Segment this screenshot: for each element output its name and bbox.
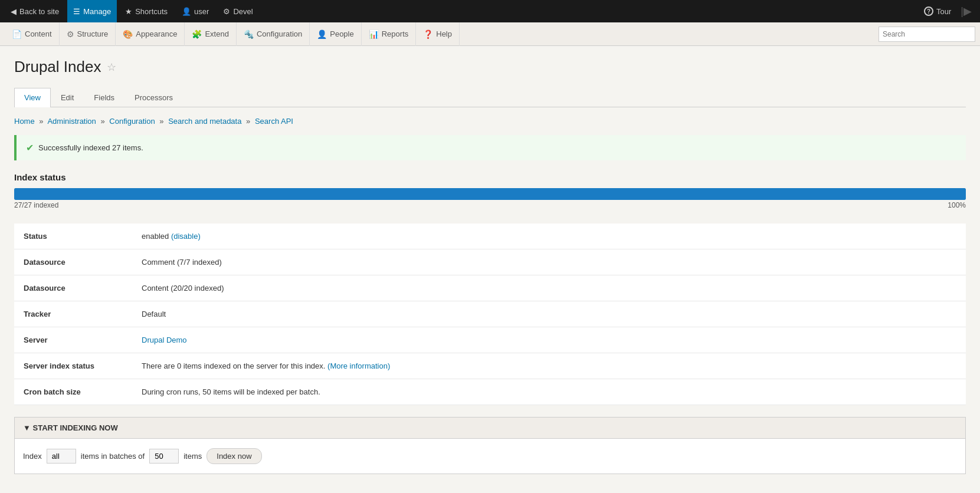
table-row: Server index status There are 0 items in…: [14, 353, 966, 379]
status-label: Status: [14, 224, 132, 249]
index-label: Index: [23, 452, 42, 461]
main-content: Drupal Index ☆ View Edit Fields Processo…: [0, 46, 980, 493]
tab-fields[interactable]: Fields: [84, 88, 124, 107]
favorite-icon[interactable]: ☆: [107, 61, 116, 74]
table-row: Tracker Default: [14, 301, 966, 327]
user-link[interactable]: 👤 user: [176, 0, 215, 22]
sidebar-toggle[interactable]: |▶: [957, 5, 975, 18]
success-message: ✔ Successfully indexed 27 items.: [14, 135, 966, 160]
appearance-icon: 🎨: [123, 29, 133, 39]
config-icon: 🔩: [244, 29, 254, 39]
nav-appearance[interactable]: 🎨 Appearance: [116, 22, 185, 46]
page-title: Drupal Index: [14, 58, 101, 76]
disable-link[interactable]: (disable): [171, 232, 201, 241]
devel-link[interactable]: ⚙ Devel: [217, 0, 258, 22]
page-title-row: Drupal Index ☆: [14, 58, 966, 76]
reports-icon: 📊: [369, 29, 379, 39]
search-input[interactable]: [879, 27, 975, 42]
nav-structure[interactable]: ⚙ Structure: [60, 22, 116, 46]
index-status-section: Index status 27/27 indexed 100%: [14, 172, 966, 209]
cron-batch-label: Cron batch size: [14, 379, 132, 405]
secondary-nav: 📄 Content ⚙ Structure 🎨 Appearance 🧩 Ext…: [0, 22, 980, 46]
progress-labels: 27/27 indexed 100%: [14, 201, 966, 209]
tabs: View Edit Fields Processors: [14, 88, 966, 107]
manage-link[interactable]: ☰ Manage: [67, 0, 117, 22]
breadcrumb-home[interactable]: Home: [14, 117, 35, 126]
datasource2-label: Datasource: [14, 275, 132, 301]
datasource1-value: Comment (7/7 indexed): [132, 249, 966, 275]
batch-size-input[interactable]: [149, 449, 179, 464]
tracker-label: Tracker: [14, 301, 132, 327]
structure-icon: ⚙: [67, 29, 74, 39]
tour-link[interactable]: ? Tour: [918, 0, 957, 22]
extend-icon: 🧩: [192, 29, 202, 39]
help-icon: ❓: [423, 29, 433, 39]
nav-help[interactable]: ❓ Help: [416, 22, 460, 46]
indexing-body: Index items in batches of items Index no…: [15, 439, 965, 474]
table-row: Status enabled (disable): [14, 224, 966, 249]
back-icon: ◀: [11, 7, 17, 16]
progress-right-label: 100%: [948, 201, 966, 209]
index-now-button[interactable]: Index now: [207, 448, 261, 464]
info-table: Status enabled (disable) Datasource Comm…: [14, 224, 966, 405]
breadcrumb-administration[interactable]: Administration: [47, 117, 96, 126]
people-icon: 👤: [317, 29, 327, 39]
devel-icon: ⚙: [223, 7, 230, 16]
datasource1-label: Datasource: [14, 249, 132, 275]
table-row: Datasource Comment (7/7 indexed): [14, 249, 966, 275]
content-icon: 📄: [12, 29, 22, 39]
drupal-demo-link[interactable]: Drupal Demo: [142, 336, 187, 344]
tab-edit[interactable]: Edit: [51, 88, 84, 107]
nav-reports[interactable]: 📊 Reports: [362, 22, 417, 46]
check-icon: ✔: [26, 142, 34, 153]
table-row: Cron batch size During cron runs, 50 ite…: [14, 379, 966, 405]
progress-container: 27/27 indexed 100%: [14, 188, 966, 209]
shortcuts-link[interactable]: ★ Shortcuts: [119, 0, 173, 22]
server-label: Server: [14, 327, 132, 353]
tab-view[interactable]: View: [14, 88, 51, 107]
cron-batch-value: During cron runs, 50 items will be index…: [132, 379, 966, 405]
table-row: Datasource Content (20/20 indexed): [14, 275, 966, 301]
star-icon: ★: [125, 7, 132, 16]
indexing-section: ▼ START INDEXING NOW Index items in batc…: [14, 417, 966, 474]
nav-content[interactable]: 📄 Content: [5, 22, 60, 46]
breadcrumb-search-metadata[interactable]: Search and metadata: [168, 117, 241, 126]
breadcrumb-search-api[interactable]: Search API: [255, 117, 293, 126]
admin-bar: ◀ Back to site ☰ Manage ★ Shortcuts 👤 us…: [0, 0, 980, 22]
progress-bar-fill: [14, 188, 966, 200]
index-status-title: Index status: [14, 172, 966, 182]
user-icon: 👤: [182, 7, 191, 16]
back-to-site-link[interactable]: ◀ Back to site: [5, 0, 65, 22]
breadcrumb: Home » Administration » Configuration » …: [14, 117, 966, 126]
progress-bar-bg: [14, 188, 966, 200]
table-row: Server Drupal Demo: [14, 327, 966, 353]
status-value: enabled: [142, 232, 171, 241]
tour-icon: ?: [924, 6, 933, 16]
menu-icon: ☰: [73, 7, 80, 16]
batches-label: items in batches of: [81, 452, 145, 461]
nav-configuration[interactable]: 🔩 Configuration: [237, 22, 310, 46]
indexing-header-label: ▼ START INDEXING NOW: [23, 423, 118, 432]
items-label: items: [183, 452, 202, 461]
progress-left-label: 27/27 indexed: [14, 201, 58, 209]
datasource2-value: Content (20/20 indexed): [132, 275, 966, 301]
breadcrumb-configuration[interactable]: Configuration: [109, 117, 155, 126]
admin-bar-right: ? Tour |▶: [918, 0, 975, 22]
more-information-link[interactable]: (More information): [327, 361, 390, 370]
server-index-status-value: There are 0 items indexed on the server …: [142, 361, 327, 370]
tracker-value: Default: [132, 301, 966, 327]
nav-people[interactable]: 👤 People: [310, 22, 361, 46]
indexing-header[interactable]: ▼ START INDEXING NOW: [15, 418, 965, 439]
tab-processors[interactable]: Processors: [124, 88, 183, 107]
nav-extend[interactable]: 🧩 Extend: [185, 22, 236, 46]
index-all-input[interactable]: [47, 449, 76, 464]
nav-search-area: [879, 27, 975, 42]
server-index-status-label: Server index status: [14, 353, 132, 379]
